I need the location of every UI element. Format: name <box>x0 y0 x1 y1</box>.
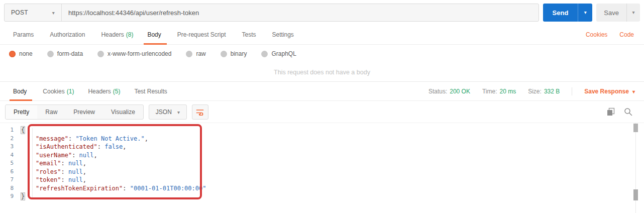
body-type-radio[interactable]: raw <box>186 50 205 57</box>
chevron-down-icon <box>52 9 55 16</box>
meta-value: 20 ms <box>500 88 516 95</box>
request-tab-label: Headers <box>101 31 124 38</box>
response-tab-label: Cookies <box>43 88 64 95</box>
request-url-bar: POST https://localhost:44346/api/user/re… <box>0 0 644 25</box>
empty-body-area: This request does not have a body <box>0 63 644 82</box>
code-line: 4 "userName": null, <box>0 151 644 160</box>
request-tab[interactable]: Params <box>6 25 43 44</box>
body-type-label: form-data <box>57 50 83 57</box>
chevron-down-icon <box>632 88 635 95</box>
search-icon <box>624 108 632 116</box>
request-tab-label: Pre-request Script <box>177 31 226 38</box>
view-mode-tab[interactable]: Pretty <box>6 105 37 119</box>
copy-response-button[interactable] <box>607 108 615 116</box>
line-number: 2 <box>0 135 21 143</box>
body-type-label: none <box>19 50 33 57</box>
indent-guide <box>32 128 33 199</box>
line-number: 4 <box>0 151 21 160</box>
save-button[interactable]: Save <box>596 4 626 22</box>
request-tab-label: Params <box>13 31 34 38</box>
code-line: 6 "roles": null, <box>0 168 644 176</box>
line-number: 1 <box>0 126 21 135</box>
line-number: 3 <box>0 143 21 151</box>
body-type-radio[interactable]: binary <box>221 50 247 57</box>
divider <box>572 87 572 95</box>
meta-value: 332 B <box>544 88 560 95</box>
view-mode-segmented-control: Pretty Raw Preview Visualize <box>5 104 144 120</box>
save-response-label: Save Response <box>584 88 629 95</box>
code-line: 8 "refreshTokenExpiration": "0001-01-01T… <box>0 184 644 193</box>
code-line: 7 "token": null, <box>0 176 644 184</box>
response-meta-item: Size: 332 B <box>528 88 560 95</box>
code-content: "isAuthenticated": false, <box>21 143 127 151</box>
save-options-caret[interactable] <box>626 4 640 22</box>
body-type-radio[interactable]: GraphQL <box>261 50 296 57</box>
response-meta-item: Time: 20 ms <box>482 88 516 95</box>
request-tab[interactable]: Headers (8) <box>94 25 140 44</box>
request-tab-count: (8) <box>126 31 134 38</box>
request-tab[interactable]: Authorization <box>43 25 94 44</box>
send-options-caret[interactable] <box>578 4 592 22</box>
code-content: "roles": null, <box>21 168 86 176</box>
send-button[interactable]: Send <box>543 4 578 22</box>
request-tab[interactable]: Settings <box>265 25 303 44</box>
response-meta-item: Status: 200 OK <box>428 88 470 95</box>
meta-label: Status: <box>428 88 447 95</box>
radio-icon <box>47 51 54 57</box>
body-type-label: raw <box>196 50 205 57</box>
request-url-input[interactable]: https://localhost:44346/api/user/refresh… <box>62 4 539 21</box>
body-type-radio[interactable]: form-data <box>47 50 83 57</box>
code-content: { <box>21 126 25 135</box>
header-link[interactable]: Code <box>619 31 634 38</box>
request-tab[interactable]: Body <box>140 25 170 44</box>
request-tab[interactable]: Tests <box>235 25 265 44</box>
code-area: 1{2 "message": "Token Not Active.",3 "is… <box>0 126 644 201</box>
search-response-button[interactable] <box>624 108 632 116</box>
radio-icon <box>261 51 268 57</box>
body-type-radio[interactable]: x-www-form-urlencoded <box>97 50 171 57</box>
body-type-label: GraphQL <box>271 50 296 57</box>
response-tab[interactable]: Cookies (1) <box>36 82 81 100</box>
wrap-text-button[interactable] <box>192 104 208 120</box>
request-tab-label: Tests <box>242 31 256 38</box>
response-tab-label: Headers <box>88 88 111 95</box>
code-content: "refreshTokenExpiration": "0001-01-01T00… <box>21 184 206 193</box>
send-split-button: Send <box>543 4 593 22</box>
response-meta: Status: 200 OK Time: 20 ms Size: 332 B S… <box>428 87 638 95</box>
view-mode-tab[interactable]: Preview <box>65 105 103 119</box>
scrollbar-thumb[interactable] <box>633 124 638 132</box>
body-type-label: x-www-form-urlencoded <box>108 50 171 57</box>
body-type-radio[interactable]: none <box>9 50 33 57</box>
line-number: 9 <box>0 192 21 201</box>
meta-label: Time: <box>482 88 497 95</box>
radio-icon <box>97 51 104 57</box>
url-composite-field: POST https://localhost:44346/api/user/re… <box>4 4 539 22</box>
request-tab-label: Settings <box>272 31 294 38</box>
request-tab[interactable]: Pre-request Script <box>170 25 235 44</box>
view-mode-tab[interactable]: Visualize <box>103 105 143 119</box>
line-number: 5 <box>0 159 21 168</box>
request-tab-label: Authorization <box>50 31 85 38</box>
scrollbar-thumb[interactable] <box>633 189 638 200</box>
code-content: "token": null, <box>21 176 86 184</box>
response-tab[interactable]: Test Results <box>127 82 176 100</box>
header-link[interactable]: Cookies <box>586 31 607 38</box>
response-tab[interactable]: Headers (5) <box>81 82 127 100</box>
body-type-options: none form-data x-www-form-urlencoded raw… <box>0 45 644 63</box>
radio-icon <box>9 51 16 57</box>
copy-icon <box>607 108 615 116</box>
view-mode-tab[interactable]: Raw <box>37 105 65 119</box>
code-line: 3 "isAuthenticated": false, <box>0 143 644 151</box>
response-tab-label: Body <box>13 88 27 95</box>
code-line: 9} <box>0 192 644 201</box>
code-content: } <box>21 192 25 201</box>
request-tabs-row: Params Authorization Headers (8) Body Pr… <box>0 25 644 45</box>
radio-icon <box>221 51 227 57</box>
save-response-button[interactable]: Save Response <box>584 88 635 95</box>
code-content: "message": "Token Not Active.", <box>21 135 148 143</box>
meta-value: 200 OK <box>450 88 470 95</box>
http-method-select[interactable]: POST <box>5 4 62 21</box>
response-language-select[interactable]: JSON <box>149 104 187 120</box>
response-tab[interactable]: Body <box>6 82 36 100</box>
response-body-editor[interactable]: 1{2 "message": "Token Not Active.",3 "is… <box>0 123 644 213</box>
